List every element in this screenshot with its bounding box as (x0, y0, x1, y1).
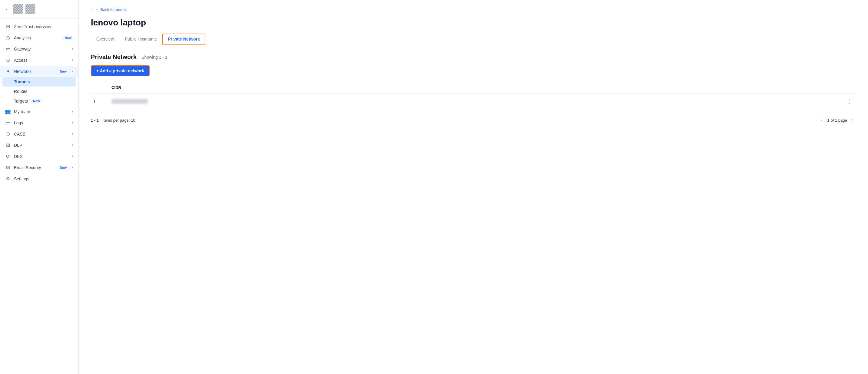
sidebar-item-tunnels[interactable]: Tunnels (2, 77, 76, 87)
table-row: 1 ⋮ (91, 94, 856, 110)
column-cidr: CIDR (109, 85, 844, 90)
sidebar-item-label: Analytics (14, 35, 59, 40)
row-kebab-menu-button[interactable]: ⋮ (845, 97, 854, 106)
section-header: Private Network Showing 1 - 1 (91, 54, 856, 61)
pagination-prev-button[interactable]: ‹ (818, 116, 825, 124)
chevron-down-icon: ▾ (72, 132, 73, 136)
section-title: Private Network (91, 54, 136, 61)
pagination-info: 1 - 1 Items per page: 10 (91, 118, 135, 123)
sidebar-item-my-team[interactable]: 👥 My team ▾ (0, 106, 79, 117)
logo-area (13, 4, 69, 14)
sidebar-item-casb[interactable]: ⬡ CASB ▾ (0, 128, 79, 139)
pagination-bar: 1 - 1 Items per page: 10 ‹ 1 of 1 page › (91, 111, 856, 129)
sidebar-item-dlp[interactable]: ⊞ DLP ▾ (0, 139, 79, 151)
sidebar-item-email-security[interactable]: ✉ Email Security New ▾ (0, 162, 79, 173)
pagination-page-info: 1 of 1 page (828, 118, 847, 123)
row-cidr (109, 99, 844, 105)
back-arrow-icon: ← (91, 7, 95, 12)
tab-overview[interactable]: Overview (91, 34, 119, 45)
casb-icon: ⬡ (5, 131, 11, 137)
sidebar-header: ← › (0, 0, 79, 19)
back-link-text: ← Back to tunnels (95, 7, 127, 12)
sidebar-item-label: Access (14, 58, 69, 63)
zero-trust-icon: ⊞ (5, 24, 11, 29)
back-to-tunnels-link[interactable]: ← ← Back to tunnels (91, 7, 856, 12)
section-showing: Showing 1 - 1 (142, 55, 167, 60)
sidebar-item-label: Email Security (14, 165, 55, 170)
chevron-down-icon: ▾ (72, 58, 73, 62)
networks-badge: New (58, 69, 69, 73)
add-private-network-button[interactable]: + Add a private network (91, 65, 150, 76)
routes-label: Routes (14, 89, 27, 94)
cidr-value-blurred (112, 99, 148, 104)
chevron-down-icon: ▾ (72, 121, 73, 125)
sidebar-item-label: Settings (14, 176, 73, 181)
sidebar-item-zero-trust[interactable]: ⊞ Zero Trust overview (0, 21, 79, 32)
sidebar-item-networks[interactable]: ✦ Networks New ▴ (0, 66, 79, 77)
chevron-down-icon: ▾ (72, 143, 73, 147)
page-title: lenovo laptop (91, 18, 856, 28)
dlp-icon: ⊞ (5, 142, 11, 148)
page-content: ← ← Back to tunnels lenovo laptop Overvi… (79, 0, 868, 374)
sidebar-item-access[interactable]: ⊙ Access ▾ (0, 55, 79, 66)
email-security-icon: ✉ (5, 165, 11, 170)
back-navigation-button[interactable]: ← (5, 6, 10, 12)
gateway-icon: ⇄ (5, 46, 11, 52)
logo-block-1 (13, 4, 23, 14)
sidebar-item-dex[interactable]: ⟳ DEX ▾ (0, 151, 79, 162)
pagination-controls: ‹ 1 of 1 page › (818, 116, 856, 124)
email-security-badge: New (58, 166, 69, 170)
row-number: 1 (91, 99, 109, 104)
logo-block-2 (26, 4, 35, 14)
column-actions (844, 85, 856, 90)
sidebar-item-label: Networks (14, 69, 55, 74)
analytics-icon: ◷ (5, 35, 11, 40)
targets-badge: New (31, 99, 42, 103)
sidebar-item-gateway[interactable]: ⇄ Gateway ▾ (0, 43, 79, 55)
table-header-row: CIDR (91, 82, 856, 94)
sidebar-item-routes[interactable]: Routes (0, 87, 79, 96)
sidebar-navigation: ⊞ Zero Trust overview ◷ Analytics New ⇄ … (0, 19, 79, 187)
targets-label: Targets (14, 99, 28, 103)
sidebar-item-label: My team (14, 109, 69, 114)
row-actions: ⋮ (844, 97, 856, 106)
sidebar-item-label: DLP (14, 143, 69, 148)
networks-icon: ✦ (5, 68, 11, 74)
sidebar-item-settings[interactable]: ⚙ Settings (0, 173, 79, 184)
my-team-icon: 👥 (5, 109, 11, 114)
pagination-items-per-page: Items per page: 10 (102, 118, 135, 123)
sidebar-item-label: CASB (14, 132, 69, 136)
sidebar-item-label: Logs (14, 121, 69, 125)
page-tabs: Overview Public Hostname Private Network (91, 34, 856, 45)
sidebar: ← › ⊞ Zero Trust overview ◷ Analytics Ne… (0, 0, 79, 374)
sidebar-item-label: Gateway (14, 46, 69, 52)
chevron-down-icon: ▾ (72, 109, 73, 113)
tab-private-network[interactable]: Private Network (162, 34, 205, 45)
pagination-next-button[interactable]: › (849, 116, 856, 124)
main-content-area: ← ← Back to tunnels lenovo laptop Overvi… (79, 0, 868, 374)
chevron-down-icon: ▾ (72, 154, 73, 158)
sidebar-expand-icon[interactable]: › (72, 7, 73, 11)
analytics-badge: New (62, 36, 73, 40)
private-network-table: CIDR 1 ⋮ (91, 82, 856, 110)
chevron-down-icon: ▾ (72, 166, 73, 169)
settings-icon: ⚙ (5, 176, 11, 181)
tunnels-label: Tunnels (14, 79, 30, 84)
tab-public-hostname[interactable]: Public Hostname (119, 34, 162, 45)
sidebar-item-logs[interactable]: ☰ Logs ▾ (0, 117, 79, 128)
networks-sub-nav: Tunnels Routes Targets New (0, 77, 79, 106)
sidebar-item-analytics[interactable]: ◷ Analytics New (0, 32, 79, 43)
sidebar-item-label: DEX (14, 154, 69, 159)
sidebar-item-label: Zero Trust overview (14, 24, 73, 29)
access-icon: ⊙ (5, 57, 11, 63)
pagination-range: 1 - 1 (91, 118, 99, 123)
dex-icon: ⟳ (5, 154, 11, 159)
logs-icon: ☰ (5, 120, 11, 126)
chevron-up-icon: ▴ (72, 69, 73, 73)
sidebar-item-targets[interactable]: Targets New (0, 96, 79, 106)
chevron-down-icon: ▾ (72, 47, 73, 51)
column-number (91, 85, 109, 90)
